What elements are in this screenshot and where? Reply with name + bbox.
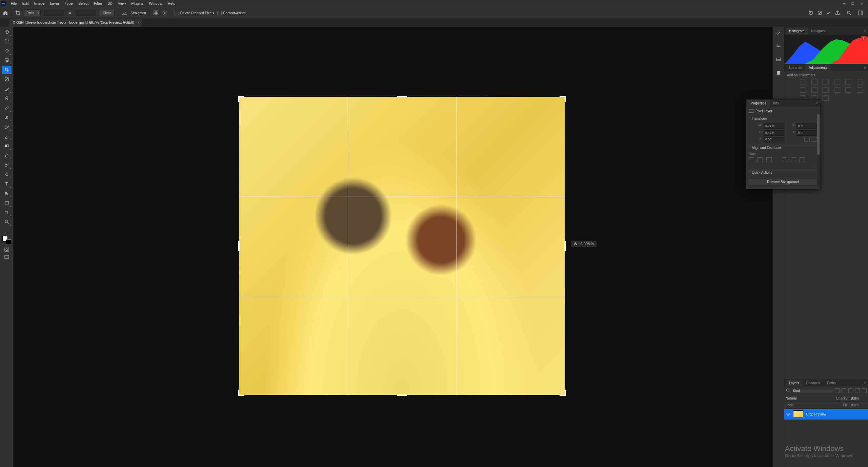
menu-filter[interactable]: Filter bbox=[91, 1, 105, 6]
properties-panel[interactable]: Properties Info ≡ Pixel Layer Transform … bbox=[746, 99, 820, 189]
crop-tool[interactable] bbox=[2, 66, 12, 74]
align-hcenter-icon[interactable] bbox=[758, 157, 763, 162]
swatches-panel-icon[interactable] bbox=[775, 43, 782, 49]
menu-view[interactable]: View bbox=[115, 1, 129, 6]
maximize-icon[interactable]: ☐ bbox=[851, 2, 854, 5]
adj-photo-filter-icon[interactable] bbox=[811, 87, 817, 93]
align-section-head[interactable]: Align and Distribute bbox=[746, 144, 820, 151]
gradients-panel-icon[interactable] bbox=[775, 56, 782, 62]
panel-menu-icon[interactable]: ≡ bbox=[862, 381, 868, 385]
adj-channel-mixer-icon[interactable] bbox=[823, 87, 829, 93]
tab-libraries[interactable]: Libraries bbox=[786, 64, 805, 71]
filter-shape-icon[interactable] bbox=[855, 388, 860, 393]
crop-icon[interactable] bbox=[15, 10, 21, 16]
crop-width-field[interactable] bbox=[44, 10, 64, 16]
share-icon[interactable] bbox=[835, 10, 840, 16]
y-field[interactable]: 0 in bbox=[796, 130, 817, 136]
swap-icon[interactable]: ⇄ bbox=[67, 10, 73, 16]
ratio-dropdown[interactable]: Ratio bbox=[24, 9, 41, 16]
layer-filter-kind-dropdown[interactable]: Kind bbox=[793, 389, 833, 393]
close-tab-icon[interactable]: × bbox=[137, 20, 139, 24]
layer-thumbnail[interactable] bbox=[793, 410, 803, 418]
path-select-tool[interactable] bbox=[2, 189, 12, 197]
align-bottom-icon[interactable] bbox=[800, 157, 805, 162]
move-tool[interactable] bbox=[2, 28, 12, 36]
edit-toolbar-icon[interactable]: ⋯ bbox=[3, 229, 11, 235]
layer-name[interactable]: Crop Preview bbox=[806, 412, 826, 416]
content-aware-checkbox[interactable]: Content-Aware bbox=[217, 11, 246, 15]
search-icon[interactable] bbox=[846, 10, 852, 16]
fill-dropdown[interactable]: 100% bbox=[850, 403, 867, 407]
crop-handle-tr[interactable] bbox=[560, 96, 566, 102]
adj-selective-icon[interactable] bbox=[823, 95, 829, 101]
overlay-icon[interactable] bbox=[153, 10, 159, 16]
clone-tool[interactable] bbox=[2, 113, 12, 121]
x-field[interactable]: 0 in bbox=[796, 123, 817, 129]
align-top-icon[interactable] bbox=[782, 157, 787, 162]
panel-menu-icon[interactable]: ≡ bbox=[814, 101, 820, 105]
remove-background-button[interactable]: Remove Background bbox=[749, 178, 817, 186]
adj-curves-icon[interactable] bbox=[823, 79, 829, 84]
quick-actions-head[interactable]: Quick Actions bbox=[746, 169, 820, 176]
menu-3d[interactable]: 3D bbox=[105, 1, 115, 6]
height-field[interactable]: 5.49 in bbox=[764, 130, 784, 136]
crop-handle-tl[interactable] bbox=[238, 96, 244, 102]
layer-row[interactable]: Crop Preview bbox=[784, 409, 868, 420]
adj-colorlookup-icon[interactable] bbox=[834, 87, 840, 93]
delete-cropped-checkbox[interactable]: Delete Cropped Pixels bbox=[175, 11, 214, 15]
align-left-icon[interactable] bbox=[749, 157, 754, 162]
crop-height-field[interactable] bbox=[76, 10, 96, 16]
menu-layer[interactable]: Layer bbox=[47, 1, 62, 6]
menu-type[interactable]: Type bbox=[62, 1, 76, 6]
adj-vibrance-icon[interactable] bbox=[845, 79, 851, 84]
workspace-icon[interactable] bbox=[858, 10, 863, 16]
tab-paths[interactable]: Paths bbox=[824, 380, 839, 386]
menu-help[interactable]: Help bbox=[165, 1, 178, 6]
blur-tool[interactable] bbox=[2, 151, 12, 159]
adj-exposure-icon[interactable] bbox=[834, 79, 840, 84]
menu-image[interactable]: Image bbox=[32, 1, 47, 6]
adj-invert-icon[interactable] bbox=[845, 87, 851, 93]
lasso-tool[interactable] bbox=[2, 47, 12, 55]
tab-info[interactable]: Info bbox=[770, 100, 782, 106]
healing-tool[interactable] bbox=[2, 94, 12, 102]
pen-tool[interactable] bbox=[2, 170, 12, 178]
histogram-warning-icon[interactable]: ! bbox=[861, 36, 866, 41]
canvas-viewport[interactable]: W : 6.008 in bbox=[14, 27, 772, 467]
more-options-icon[interactable]: ⋯ bbox=[812, 164, 816, 168]
menu-select[interactable]: Select bbox=[76, 1, 92, 6]
straighten-label[interactable]: Straighten bbox=[130, 11, 146, 15]
opacity-dropdown[interactable]: 100% bbox=[850, 396, 867, 400]
tab-histogram[interactable]: Histogram bbox=[786, 28, 808, 34]
patterns-panel-icon[interactable] bbox=[775, 70, 782, 76]
transform-section-head[interactable]: Transform bbox=[746, 115, 820, 122]
color-swatches[interactable] bbox=[2, 236, 11, 245]
angle-field[interactable]: 0.00° bbox=[764, 137, 784, 142]
color-panel-icon[interactable] bbox=[775, 29, 782, 35]
straighten-icon[interactable] bbox=[122, 10, 127, 16]
hand-tool[interactable] bbox=[2, 208, 12, 216]
layer-filter-search-icon[interactable] bbox=[786, 388, 791, 393]
crop-handle-bl[interactable] bbox=[238, 390, 244, 396]
flip-h-icon[interactable] bbox=[804, 137, 810, 142]
adj-hue-icon[interactable] bbox=[857, 79, 863, 84]
crop-handle-br[interactable] bbox=[560, 390, 566, 396]
dodge-tool[interactable] bbox=[2, 161, 12, 169]
object-select-tool[interactable] bbox=[2, 56, 12, 64]
filter-smart-icon[interactable] bbox=[862, 388, 867, 393]
history-brush-tool[interactable] bbox=[2, 123, 12, 131]
menu-window[interactable]: Window bbox=[146, 1, 165, 6]
filter-adjust-icon[interactable] bbox=[842, 388, 846, 393]
adj-posterize-icon[interactable] bbox=[857, 87, 863, 93]
clear-button[interactable]: Clear bbox=[99, 10, 115, 16]
eyedropper-tool[interactable] bbox=[2, 85, 12, 93]
flip-v-icon[interactable] bbox=[812, 137, 817, 142]
blend-mode-dropdown[interactable]: Normal bbox=[786, 396, 834, 400]
crop-overlay[interactable] bbox=[239, 97, 565, 395]
tab-channels[interactable]: Channels bbox=[803, 380, 824, 386]
cancel-icon[interactable] bbox=[817, 10, 823, 16]
adj-bw-icon[interactable] bbox=[800, 87, 806, 93]
gradient-tool[interactable] bbox=[2, 142, 12, 150]
screenmode-icon[interactable] bbox=[3, 254, 11, 260]
tab-properties[interactable]: Properties bbox=[747, 100, 770, 106]
